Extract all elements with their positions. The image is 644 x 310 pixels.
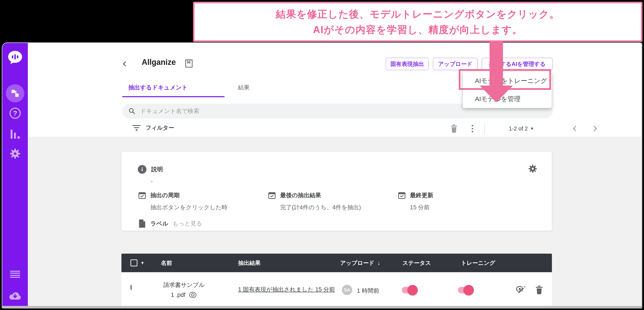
- tab-results[interactable]: 結果: [238, 84, 250, 91]
- page-title: Allganize: [142, 58, 176, 67]
- annotation-callout: 結果を修正した後、モデルトレーニングボタンをクリック。 AIがその内容を学習し、…: [193, 2, 642, 42]
- description-row: i 説明: [138, 165, 163, 174]
- active-tab-underline: [122, 96, 224, 97]
- bookmark-button[interactable]: [185, 59, 193, 68]
- field-value: 15 分前: [410, 204, 433, 211]
- filter-label: フィルター: [146, 124, 174, 131]
- sidebar-item-workflow-active[interactable]: [2, 84, 28, 103]
- delete-selected-button[interactable]: [448, 121, 460, 136]
- field-last-result: 最後の抽出結果 完了(計4件のうち、4件を抽出): [268, 191, 361, 211]
- chevron-left-icon: [573, 126, 578, 131]
- sidebar-item-menu[interactable]: [2, 268, 28, 281]
- content-region: i 説明 -: [28, 137, 642, 306]
- trash-icon: [450, 124, 458, 133]
- callout-line2: AIがその内容を学習し、精度が向上します。: [313, 22, 522, 37]
- gear-icon: [9, 148, 21, 160]
- documents-table: ▾ 名前 抽出結果 アップロード ↓ ステータス トレーニング 請求書サンプル: [122, 254, 552, 308]
- field-label: 最終更新: [410, 191, 433, 199]
- calendar-check-icon: [268, 191, 276, 200]
- sidebar-item-logo[interactable]: [2, 49, 28, 66]
- field-value: 完了(計4件のうち、4件を抽出): [280, 204, 361, 211]
- info-icon: i: [138, 165, 146, 174]
- eye-edit-icon: [516, 285, 526, 295]
- sidebar-item-settings[interactable]: [2, 145, 28, 162]
- more-options-button[interactable]: [467, 121, 478, 136]
- delete-row-button[interactable]: [535, 285, 543, 295]
- column-label: アップロード: [340, 259, 374, 267]
- help-icon: ?: [10, 108, 21, 119]
- next-page-button[interactable]: [588, 121, 601, 136]
- extractor-info-card: i 説明 -: [122, 152, 552, 231]
- preview-eye-icon[interactable]: [188, 291, 197, 298]
- select-menu-caret[interactable]: ▾: [141, 254, 144, 272]
- calendar-check-icon: [398, 191, 406, 200]
- pagination-range-dropdown[interactable]: 1-2 of 2 ▾: [494, 121, 548, 136]
- active-item-highlight: [6, 84, 24, 102]
- description-label: 説明: [151, 166, 163, 173]
- prev-page-button[interactable]: [569, 121, 582, 136]
- table-header: ▾ 名前 抽出結果 アップロード ↓ ステータス トレーニング: [122, 254, 552, 272]
- column-header-training[interactable]: トレーニング: [461, 254, 495, 272]
- menu-list-icon: [10, 271, 20, 278]
- field-value: 抽出ボタンをクリックした時: [150, 204, 227, 211]
- kebab-icon: [472, 125, 473, 132]
- checkbox-icon: [130, 285, 132, 290]
- uploaded-time: 1 時間前: [357, 287, 379, 295]
- sidebar: ?: [2, 43, 28, 306]
- status-toggle[interactable]: [402, 287, 416, 293]
- trash-icon: [535, 285, 543, 295]
- checkbox-icon: [130, 259, 138, 266]
- chevron-right-icon: [592, 126, 597, 131]
- allganize-chat-logo-icon: [7, 51, 23, 65]
- calendar-check-icon: [138, 191, 146, 200]
- tab-documents[interactable]: 抽出するドキュメント: [128, 84, 188, 91]
- labels-row: ラベル もっと見る: [138, 219, 202, 228]
- toolbar-divider: [484, 123, 485, 134]
- training-toggle[interactable]: [458, 287, 472, 293]
- sidebar-item-bottom-partial[interactable]: [2, 306, 28, 308]
- toggle-knob: [464, 285, 474, 295]
- named-entity-extraction-button[interactable]: 固有表現抽出: [386, 58, 429, 70]
- bookmark-icon: [185, 59, 193, 68]
- annotation-arrow-head-icon: [480, 86, 513, 102]
- pagination-range: 1-2 of 2: [509, 125, 528, 132]
- search-input[interactable]: [140, 108, 547, 114]
- document-name-line2: 1 .pdf: [171, 290, 186, 300]
- labels-more-link[interactable]: もっと見る: [172, 220, 202, 227]
- callout-line1: 結果を修正した後、モデルトレーニングボタンをクリック。: [276, 6, 560, 22]
- cloud-download-icon: [8, 291, 22, 302]
- review-results-button[interactable]: [516, 285, 526, 295]
- annotation-arrow: [490, 40, 503, 86]
- search-icon: [128, 107, 136, 115]
- caret-down-icon: ▾: [531, 125, 533, 131]
- bar-chart-icon: [10, 128, 20, 139]
- sidebar-item-help[interactable]: ?: [2, 106, 28, 121]
- document-name: 請求書サンプル 1 .pdf: [154, 280, 214, 300]
- filter-toolbar: フィルター 1-2 of 2 ▾: [122, 121, 636, 136]
- gear-icon: [528, 164, 538, 174]
- sidebar-item-analytics[interactable]: [2, 126, 28, 141]
- upload-button[interactable]: アップロード: [433, 58, 478, 70]
- back-button[interactable]: [122, 61, 129, 68]
- labels-label: ラベル: [150, 220, 168, 227]
- filter-icon: [132, 125, 141, 131]
- column-header-result[interactable]: 抽出結果: [238, 254, 260, 272]
- description-value: -: [151, 178, 153, 185]
- document-name-line1: 請求書サンプル: [154, 280, 214, 290]
- select-all-checkbox[interactable]: [130, 254, 138, 272]
- glasses-partial-icon: [9, 306, 21, 308]
- column-header-name[interactable]: 名前: [161, 254, 172, 272]
- row-checkbox[interactable]: [130, 286, 132, 289]
- sort-descending-icon: ↓: [378, 260, 380, 266]
- filter-button[interactable]: フィルター: [132, 124, 174, 131]
- column-header-status[interactable]: ステータス: [402, 254, 431, 272]
- sidebar-item-cloud[interactable]: [2, 289, 28, 304]
- card-settings-button[interactable]: [528, 164, 538, 174]
- column-header-upload[interactable]: アップロード ↓: [340, 254, 380, 272]
- toggle-knob: [408, 285, 418, 295]
- document-icon: [138, 219, 146, 228]
- field-extraction-cycle: 抽出の周期 抽出ボタンをクリックした時: [138, 191, 227, 211]
- table-row: 請求書サンプル 1 .pdf 1 固有表現が抽出されました 15 分前 SA 1…: [122, 272, 552, 308]
- workflow-icon: [10, 88, 20, 98]
- extraction-result-link[interactable]: 1 固有表現が抽出されました 15 分前: [238, 286, 335, 293]
